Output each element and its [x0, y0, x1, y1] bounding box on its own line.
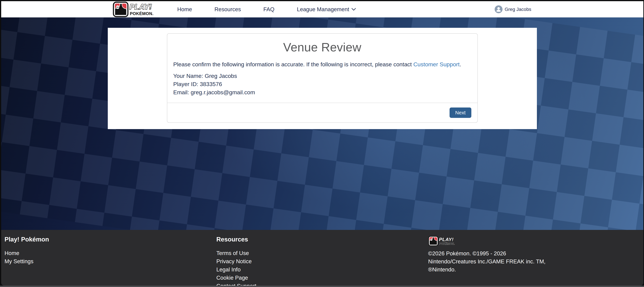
footer-play-pokemon-logo: PLAY! POKÉMON. — [428, 236, 461, 246]
footer-link-contact-support[interactable]: Contact Support — [216, 282, 256, 286]
email-line: Email: greg.r.jacobs@gmail.com — [173, 88, 471, 96]
play-pokemon-logo[interactable]: PLAY! POKÉMON. — [113, 1, 163, 17]
footer-link-privacy-notice[interactable]: Privacy Notice — [216, 257, 252, 266]
next-button[interactable]: Next — [450, 107, 471, 118]
footer-heading-play-pokemon: Play! Pokémon — [4, 236, 216, 243]
confirmation-text-before: Please confirm the following information… — [173, 61, 413, 67]
pokeball-pikachu-icon — [113, 2, 128, 16]
play-pokemon-logo-graphic: PLAY! POKÉMON. — [113, 1, 163, 17]
footer-link-terms-of-use[interactable]: Terms of Use — [216, 249, 249, 257]
content-panel: Venue Review Please confirm the followin… — [108, 28, 537, 129]
venue-review-card: Venue Review Please confirm the followin… — [167, 33, 478, 123]
page-footer: Play! Pokémon Home My Settings Resources… — [1, 230, 643, 286]
top-nav-inner: PLAY! POKÉMON. Home Resources FAQ — [108, 1, 537, 17]
footer-column-resources: Resources Terms of Use Privacy Notice Le… — [216, 236, 428, 286]
nav-item-home[interactable]: Home — [177, 6, 192, 12]
copyright-line-3: ®Nintendo. — [428, 266, 640, 274]
footer-logo-pokemon-text: POKÉMON. — [439, 242, 455, 245]
footer-link-my-settings[interactable]: My Settings — [4, 257, 33, 266]
nav-item-league-management[interactable]: League Management — [297, 6, 356, 12]
footer-link-home[interactable]: Home — [4, 249, 19, 257]
nav-item-faq[interactable]: FAQ — [263, 6, 274, 12]
customer-support-link[interactable]: Customer Support — [413, 61, 460, 67]
player-id-line: Player ID: 3833576 — [173, 80, 471, 88]
footer-column-play-pokemon: Play! Pokémon Home My Settings — [4, 236, 216, 286]
browser-viewport: PLAY! POKÉMON. Home Resources FAQ — [1, 1, 643, 286]
screen: PLAY! POKÉMON. Home Resources FAQ — [0, 0, 644, 287]
user-avatar-icon — [495, 5, 502, 13]
confirmation-text: Please confirm the following information… — [173, 61, 471, 68]
footer-logo-play-text: PLAY! — [439, 237, 454, 242]
footer-column-brand: PLAY! POKÉMON. ©2026 Pokémon. ©1995 - 20… — [428, 236, 640, 286]
nav-item-home-label: Home — [177, 6, 192, 12]
main-content: Venue Review Please confirm the followin… — [1, 17, 643, 230]
nav-item-faq-label: FAQ — [263, 6, 274, 12]
copyright-line-1: ©2026 Pokémon. ©1995 - 2026 — [428, 250, 640, 258]
venue-review-card-body: Venue Review Please confirm the followin… — [167, 34, 478, 103]
nav-item-league-management-label: League Management — [297, 6, 349, 12]
user-name: Greg Jacobs — [505, 7, 531, 12]
copyright-line-2: Nintendo/Creatures Inc./GAME FREAK inc. … — [428, 258, 640, 266]
logo-pokemon-text: POKÉMON. — [130, 11, 154, 16]
copyright-text: ©2026 Pokémon. ©1995 - 2026 Nintendo/Cre… — [428, 250, 640, 274]
nav-menu: Home Resources FAQ League Management — [177, 6, 356, 12]
user-menu[interactable]: Greg Jacobs — [495, 5, 531, 13]
chevron-down-icon — [352, 8, 356, 11]
logo-play-text: PLAY! — [130, 3, 152, 11]
footer-pokeball-pikachu-icon — [428, 236, 438, 246]
footer-heading-resources: Resources — [216, 236, 428, 243]
confirmation-text-after: . — [460, 61, 461, 67]
top-nav: PLAY! POKÉMON. Home Resources FAQ — [1, 1, 643, 17]
page-title: Venue Review — [173, 40, 471, 54]
footer-link-cookie-page[interactable]: Cookie Page — [216, 274, 248, 282]
nav-item-resources-label: Resources — [214, 6, 241, 12]
card-footer: Next — [167, 103, 478, 122]
footer-link-legal-info[interactable]: Legal Info — [216, 266, 241, 274]
your-name-line: Your Name: Greg Jacobs — [173, 72, 471, 80]
window-bottom-edge — [0, 286, 644, 287]
nav-item-resources[interactable]: Resources — [214, 6, 241, 12]
